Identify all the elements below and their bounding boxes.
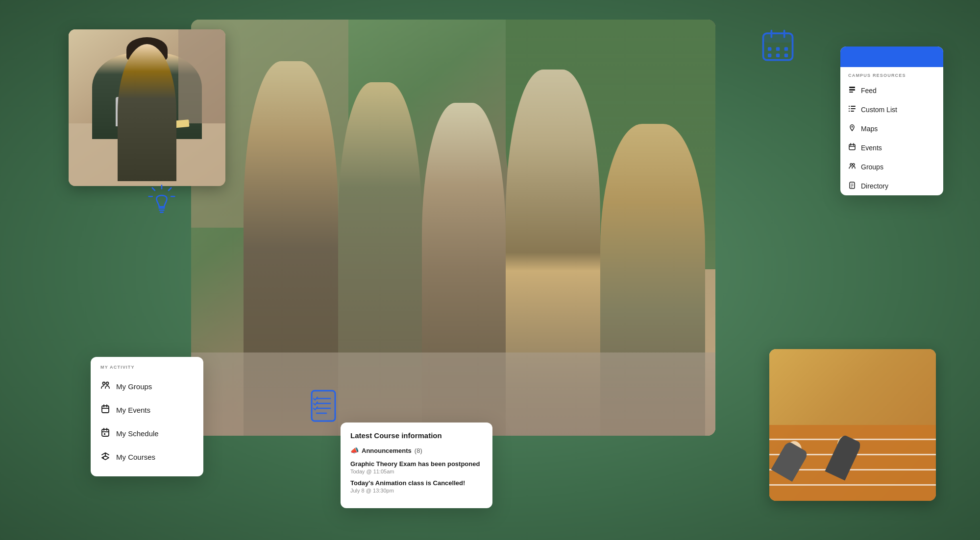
document-icon — [309, 389, 338, 425]
menu-item-groups[interactable]: Groups — [840, 157, 943, 176]
course-info-panel: Latest Course information 📣 Announcement… — [341, 423, 492, 508]
course-item-1-title: Today's Animation class is Cancelled! — [350, 479, 483, 487]
my-events-icon — [100, 404, 110, 416]
lightbulb-icon — [145, 184, 179, 220]
my-schedule-label: My Schedule — [116, 429, 159, 438]
svg-point-38 — [853, 164, 855, 165]
feed-icon — [848, 86, 856, 95]
course-panel-title: Latest Course information — [350, 431, 483, 440]
custom-list-label: Custom List — [861, 106, 897, 114]
svg-line-13 — [152, 188, 155, 190]
photo-athletes-track — [769, 349, 936, 501]
my-courses-label: My Courses — [116, 453, 155, 461]
svg-rect-31 — [851, 111, 854, 112]
svg-rect-24 — [849, 89, 855, 91]
activity-item-my-events[interactable]: My Events — [91, 398, 203, 422]
svg-rect-7 — [768, 53, 772, 57]
campus-resources-label: CAMPUS RESOURCES — [840, 67, 943, 81]
course-item-0-time: Today @ 11:05am — [350, 469, 483, 474]
svg-rect-30 — [851, 108, 856, 109]
svg-rect-33 — [849, 144, 855, 150]
svg-rect-18 — [312, 391, 335, 421]
my-groups-label: My Groups — [116, 382, 152, 391]
my-courses-icon — [100, 451, 110, 463]
course-item-1: Today's Animation class is Cancelled! Ju… — [350, 479, 483, 493]
svg-rect-53 — [104, 433, 105, 435]
activity-item-my-courses[interactable]: My Courses — [91, 445, 203, 469]
my-activity-label: MY ACTIVITY — [91, 357, 203, 375]
svg-rect-8 — [776, 53, 780, 57]
photo-student-studying — [69, 29, 225, 186]
groups-label: Groups — [861, 163, 883, 171]
menu-item-directory[interactable]: Directory — [840, 176, 943, 195]
svg-point-44 — [106, 382, 109, 385]
activity-item-my-schedule[interactable]: My Schedule — [91, 422, 203, 445]
menu-item-custom-list[interactable]: Custom List — [840, 100, 943, 119]
svg-rect-27 — [849, 108, 850, 109]
svg-rect-28 — [849, 111, 850, 112]
groups-icon — [848, 162, 856, 171]
svg-rect-23 — [849, 87, 855, 88]
svg-rect-1 — [763, 33, 793, 43]
my-schedule-icon — [100, 427, 110, 439]
events-icon — [848, 143, 856, 152]
directory-label: Directory — [861, 182, 888, 190]
announcements-label: Announcements — [362, 447, 412, 454]
calendar-icon — [760, 27, 796, 71]
svg-rect-4 — [768, 47, 772, 51]
course-item-0-title: Graphic Theory Exam has been postponed — [350, 460, 483, 468]
svg-rect-45 — [102, 406, 109, 413]
svg-rect-26 — [849, 106, 850, 107]
my-groups-icon — [100, 380, 110, 392]
my-events-label: My Events — [116, 406, 150, 414]
svg-rect-29 — [851, 106, 856, 107]
panel-header — [840, 47, 943, 67]
svg-line-11 — [169, 188, 171, 190]
announcement-icon: 📣 — [350, 446, 359, 454]
custom-list-icon — [848, 105, 856, 114]
svg-rect-25 — [849, 92, 853, 93]
events-label: Events — [861, 144, 882, 152]
svg-point-37 — [850, 164, 852, 165]
svg-point-32 — [852, 126, 853, 128]
maps-icon — [848, 124, 856, 133]
svg-rect-5 — [776, 47, 780, 51]
course-item-1-time: July 8 @ 13:30pm — [350, 488, 483, 493]
svg-rect-9 — [784, 53, 788, 57]
directory-icon — [848, 181, 856, 190]
menu-item-feed[interactable]: Feed — [840, 81, 943, 100]
svg-rect-6 — [784, 47, 788, 51]
menu-item-events[interactable]: Events — [840, 138, 943, 157]
svg-rect-49 — [102, 429, 109, 436]
feed-label: Feed — [861, 87, 877, 94]
scene: CAMPUS RESOURCES Feed — [0, 0, 980, 540]
maps-label: Maps — [861, 125, 878, 133]
svg-point-43 — [103, 382, 105, 385]
my-activity-panel: MY ACTIVITY My Groups — [91, 357, 203, 476]
menu-item-maps[interactable]: Maps — [840, 119, 943, 138]
activity-item-my-groups[interactable]: My Groups — [91, 375, 203, 398]
bg-photo-students — [191, 20, 715, 436]
course-item-0: Graphic Theory Exam has been postponed T… — [350, 460, 483, 474]
campus-resources-panel: CAMPUS RESOURCES Feed — [840, 47, 943, 195]
announcements-row: 📣 Announcements (8) — [350, 446, 483, 454]
announcements-count: (8) — [415, 447, 422, 454]
